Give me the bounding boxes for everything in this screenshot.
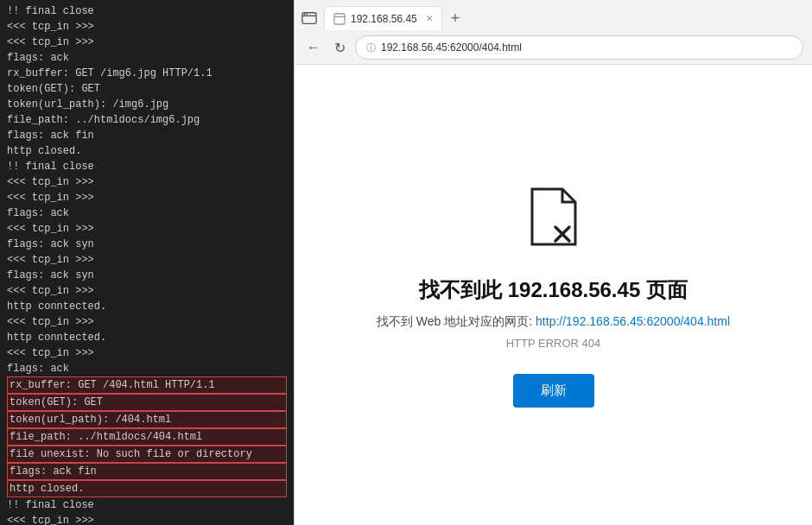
tab-title: 192.168.56.45: [351, 13, 417, 25]
tab-favicon-icon: [333, 13, 346, 25]
terminal-line: !! final close: [7, 159, 287, 174]
terminal-line: <<< tcp_in >>>: [7, 35, 287, 50]
terminal-line: rx_buffer: GET /404.html HTTP/1.1: [7, 376, 287, 394]
svg-rect-4: [334, 13, 345, 23]
error-icon-container: [519, 182, 588, 256]
terminal-line: rx_buffer: GET /img6.jpg HTTP/1.1: [7, 66, 287, 81]
terminal-line: flags: ack syn: [7, 268, 287, 283]
url-text: 192.168.56.45:62000/404.html: [381, 41, 522, 54]
terminal-line: <<< tcp_in >>>: [7, 174, 287, 190]
terminal-line: flags: ack fin: [7, 128, 287, 143]
terminal-line: !! final close: [7, 3, 287, 19]
browser-window-icon: [301, 10, 317, 26]
terminal-line: <<< tcp_in >>>: [7, 252, 287, 268]
terminal-line: <<< tcp_in >>>: [7, 19, 287, 35]
terminal-line: token(url_path): /img6.jpg: [7, 97, 287, 112]
terminal-panel: !! final close<<< tcp_in >>><<< tcp_in >…: [0, 0, 294, 525]
terminal-line: http conntected.: [7, 299, 287, 314]
back-button[interactable]: ←: [303, 37, 324, 58]
terminal-line: token(GET): GET: [7, 394, 287, 411]
address-bar-row: ← ↻ ⓘ 192.168.56.45:62000/404.html: [295, 31, 812, 64]
refresh-button[interactable]: 刷新: [513, 374, 594, 408]
terminal-line: <<< tcp_in >>>: [7, 513, 287, 525]
lock-icon: ⓘ: [366, 41, 376, 54]
error-code: HTTP ERROR 404: [506, 337, 601, 350]
terminal-line: <<< tcp_in >>>: [7, 314, 287, 330]
refresh-nav-button[interactable]: ↻: [329, 37, 350, 58]
terminal-line: token(GET): GET: [7, 81, 287, 97]
tab-close-button[interactable]: ✕: [426, 14, 433, 23]
tab-bar: 192.168.56.45 ✕ +: [295, 0, 812, 31]
file-not-found-icon: [519, 182, 588, 251]
svg-point-3: [306, 14, 308, 16]
new-tab-button[interactable]: +: [446, 9, 466, 28]
terminal-line: <<< tcp_in >>>: [7, 345, 287, 361]
terminal-line: !! final close: [7, 497, 287, 513]
browser-content: 找不到此 192.168.56.45 页面 找不到 Web 地址对应的网页: h…: [295, 65, 812, 525]
terminal-line: flags: ack syn: [7, 237, 287, 252]
error-subtitle-prefix: 找不到 Web 地址对应的网页:: [377, 314, 536, 328]
terminal-line: <<< tcp_in >>>: [7, 221, 287, 237]
terminal-line: file_path: ../htmldocs/404.html: [7, 428, 287, 446]
terminal-line: flags: ack: [7, 361, 287, 376]
terminal-line: file_path: ../htmldocs/img6.jpg: [7, 112, 287, 128]
terminal-line: file unexist: No such file or directory: [7, 446, 287, 463]
browser-panel: 192.168.56.45 ✕ + ← ↻ ⓘ 192.168.56.45:62…: [294, 0, 812, 525]
terminal-line: flags: ack fin: [7, 463, 287, 480]
terminal-line: <<< tcp_in >>>: [7, 283, 287, 299]
browser-chrome: 192.168.56.45 ✕ + ← ↻ ⓘ 192.168.56.45:62…: [295, 0, 812, 65]
terminal-line: http conntected.: [7, 330, 287, 345]
terminal-line: <<< tcp_in >>>: [7, 190, 287, 206]
error-title: 找不到此 192.168.56.45 页面: [419, 276, 688, 304]
terminal-line: http closed.: [7, 480, 287, 497]
terminal-line: flags: ack: [7, 206, 287, 221]
address-bar[interactable]: ⓘ 192.168.56.45:62000/404.html: [355, 35, 803, 60]
terminal-line: flags: ack: [7, 50, 287, 66]
terminal-line: http closed.: [7, 143, 287, 159]
browser-tab[interactable]: 192.168.56.45 ✕: [324, 6, 442, 30]
error-subtitle: 找不到 Web 地址对应的网页: http://192.168.56.45:62…: [377, 314, 730, 330]
terminal-line: token(url_path): /404.html: [7, 411, 287, 428]
svg-point-2: [304, 14, 306, 16]
error-subtitle-url[interactable]: http://192.168.56.45:62000/404.html: [536, 314, 730, 328]
